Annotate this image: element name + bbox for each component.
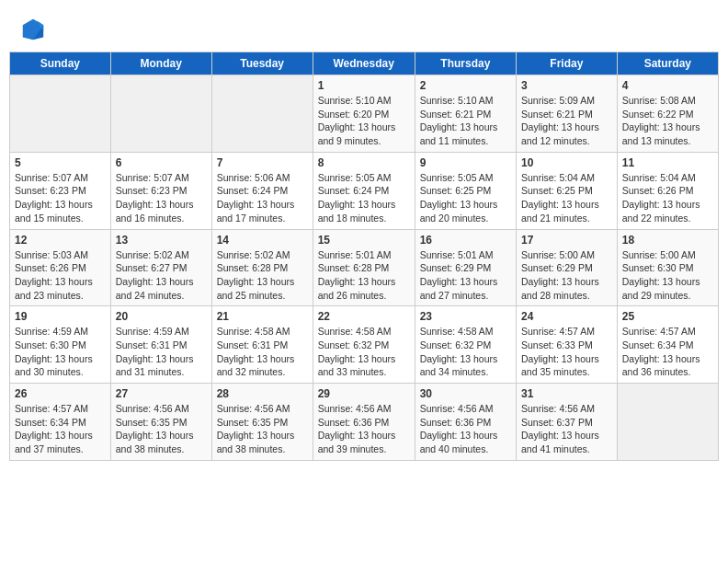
calendar-cell: 19Sunrise: 4:59 AM Sunset: 6:30 PM Dayli… [10, 306, 111, 384]
day-number: 4 [622, 79, 713, 92]
calendar-cell: 18Sunrise: 5:00 AM Sunset: 6:30 PM Dayli… [617, 229, 718, 306]
calendar-cell: 1Sunrise: 5:10 AM Sunset: 6:20 PM Daylig… [313, 75, 415, 153]
day-number: 2 [420, 79, 511, 92]
day-info: Sunrise: 4:58 AM Sunset: 6:32 PM Dayligh… [420, 325, 511, 379]
day-info: Sunrise: 5:05 AM Sunset: 6:25 PM Dayligh… [420, 171, 511, 225]
day-number: 18 [622, 234, 713, 247]
calendar-cell: 6Sunrise: 5:07 AM Sunset: 6:23 PM Daylig… [110, 152, 211, 229]
calendar-cell: 5Sunrise: 5:07 AM Sunset: 6:23 PM Daylig… [10, 152, 111, 229]
calendar-cell: 20Sunrise: 4:59 AM Sunset: 6:31 PM Dayli… [110, 306, 211, 384]
calendar-week-row: 12Sunrise: 5:03 AM Sunset: 6:26 PM Dayli… [10, 229, 719, 306]
day-number: 15 [318, 234, 410, 247]
day-number: 24 [521, 310, 612, 323]
weekday-header: Tuesday [211, 52, 313, 75]
day-number: 5 [15, 156, 106, 169]
weekday-header: Thursday [415, 52, 516, 75]
calendar-week-row: 26Sunrise: 4:57 AM Sunset: 6:34 PM Dayli… [10, 384, 719, 461]
day-number: 22 [318, 310, 410, 323]
calendar-cell: 24Sunrise: 4:57 AM Sunset: 6:33 PM Dayli… [517, 306, 618, 384]
day-number: 17 [521, 234, 612, 247]
calendar-cell: 30Sunrise: 4:56 AM Sunset: 6:36 PM Dayli… [415, 384, 516, 461]
calendar-cell: 27Sunrise: 4:56 AM Sunset: 6:35 PM Dayli… [110, 384, 211, 461]
calendar-cell: 14Sunrise: 5:02 AM Sunset: 6:28 PM Dayli… [211, 229, 313, 306]
calendar-cell [211, 75, 313, 153]
day-info: Sunrise: 5:04 AM Sunset: 6:26 PM Dayligh… [622, 171, 713, 225]
day-number: 16 [420, 234, 511, 247]
day-info: Sunrise: 4:57 AM Sunset: 6:34 PM Dayligh… [622, 325, 713, 379]
day-info: Sunrise: 5:10 AM Sunset: 6:20 PM Dayligh… [318, 94, 410, 148]
day-number: 26 [15, 387, 106, 400]
day-number: 10 [521, 156, 612, 169]
weekday-header: Monday [110, 52, 211, 75]
day-info: Sunrise: 5:02 AM Sunset: 6:28 PM Dayligh… [217, 248, 308, 303]
day-info: Sunrise: 5:00 AM Sunset: 6:29 PM Dayligh… [521, 248, 612, 303]
day-info: Sunrise: 5:06 AM Sunset: 6:24 PM Dayligh… [217, 171, 308, 225]
weekday-header-row: SundayMondayTuesdayWednesdayThursdayFrid… [10, 52, 719, 75]
day-number: 31 [521, 387, 612, 400]
calendar-cell: 28Sunrise: 4:56 AM Sunset: 6:35 PM Dayli… [211, 384, 313, 461]
calendar-cell: 7Sunrise: 5:06 AM Sunset: 6:24 PM Daylig… [211, 152, 313, 229]
calendar-cell: 15Sunrise: 5:01 AM Sunset: 6:28 PM Dayli… [313, 229, 415, 306]
day-number: 7 [217, 156, 308, 169]
day-number: 1 [318, 79, 410, 92]
calendar-cell: 2Sunrise: 5:10 AM Sunset: 6:21 PM Daylig… [415, 75, 516, 153]
day-info: Sunrise: 4:56 AM Sunset: 6:35 PM Dayligh… [116, 402, 207, 456]
day-info: Sunrise: 5:00 AM Sunset: 6:30 PM Dayligh… [622, 248, 713, 303]
day-number: 27 [116, 387, 207, 400]
day-info: Sunrise: 4:56 AM Sunset: 6:37 PM Dayligh… [521, 402, 612, 456]
day-info: Sunrise: 5:01 AM Sunset: 6:29 PM Dayligh… [420, 248, 511, 303]
weekday-header: Friday [517, 52, 618, 75]
day-number: 20 [116, 310, 207, 323]
calendar-cell [110, 75, 211, 153]
day-info: Sunrise: 5:01 AM Sunset: 6:28 PM Dayligh… [318, 248, 410, 303]
day-info: Sunrise: 4:59 AM Sunset: 6:30 PM Dayligh… [15, 325, 106, 379]
calendar-week-row: 1Sunrise: 5:10 AM Sunset: 6:20 PM Daylig… [10, 75, 719, 153]
day-number: 30 [420, 387, 511, 400]
calendar-cell: 26Sunrise: 4:57 AM Sunset: 6:34 PM Dayli… [10, 384, 111, 461]
calendar-cell: 9Sunrise: 5:05 AM Sunset: 6:25 PM Daylig… [415, 152, 516, 229]
day-number: 8 [318, 156, 410, 169]
logo-icon [20, 17, 46, 42]
calendar-cell [617, 384, 718, 461]
day-info: Sunrise: 5:04 AM Sunset: 6:25 PM Dayligh… [521, 171, 612, 225]
day-number: 3 [521, 79, 612, 92]
calendar-cell: 31Sunrise: 4:56 AM Sunset: 6:37 PM Dayli… [517, 384, 618, 461]
day-info: Sunrise: 5:05 AM Sunset: 6:24 PM Dayligh… [318, 171, 410, 225]
logo [18, 17, 50, 46]
day-info: Sunrise: 5:02 AM Sunset: 6:27 PM Dayligh… [116, 248, 207, 303]
calendar-cell: 17Sunrise: 5:00 AM Sunset: 6:29 PM Dayli… [517, 229, 618, 306]
day-number: 13 [116, 234, 207, 247]
calendar-week-row: 19Sunrise: 4:59 AM Sunset: 6:30 PM Dayli… [10, 306, 719, 384]
day-info: Sunrise: 4:57 AM Sunset: 6:34 PM Dayligh… [15, 402, 106, 456]
calendar-cell: 21Sunrise: 4:58 AM Sunset: 6:31 PM Dayli… [211, 306, 313, 384]
day-number: 23 [420, 310, 511, 323]
calendar-cell: 25Sunrise: 4:57 AM Sunset: 6:34 PM Dayli… [617, 306, 718, 384]
day-number: 21 [217, 310, 308, 323]
day-number: 14 [217, 234, 308, 247]
calendar-cell: 8Sunrise: 5:05 AM Sunset: 6:24 PM Daylig… [313, 152, 415, 229]
day-info: Sunrise: 5:10 AM Sunset: 6:21 PM Dayligh… [420, 94, 511, 148]
day-number: 6 [116, 156, 207, 169]
calendar-table: SundayMondayTuesdayWednesdayThursdayFrid… [9, 52, 719, 461]
day-number: 29 [318, 387, 410, 400]
day-info: Sunrise: 5:07 AM Sunset: 6:23 PM Dayligh… [116, 171, 207, 225]
calendar-cell: 16Sunrise: 5:01 AM Sunset: 6:29 PM Dayli… [415, 229, 516, 306]
day-info: Sunrise: 5:09 AM Sunset: 6:21 PM Dayligh… [521, 94, 612, 148]
day-number: 12 [15, 234, 106, 247]
calendar-cell: 12Sunrise: 5:03 AM Sunset: 6:26 PM Dayli… [10, 229, 111, 306]
day-number: 28 [217, 387, 308, 400]
calendar-cell: 3Sunrise: 5:09 AM Sunset: 6:21 PM Daylig… [517, 75, 618, 153]
calendar-cell: 29Sunrise: 4:56 AM Sunset: 6:36 PM Dayli… [313, 384, 415, 461]
page-header [9, 9, 719, 52]
calendar-cell: 11Sunrise: 5:04 AM Sunset: 6:26 PM Dayli… [617, 152, 718, 229]
day-number: 19 [15, 310, 106, 323]
calendar-cell: 4Sunrise: 5:08 AM Sunset: 6:22 PM Daylig… [617, 75, 718, 153]
calendar-week-row: 5Sunrise: 5:07 AM Sunset: 6:23 PM Daylig… [10, 152, 719, 229]
day-info: Sunrise: 4:56 AM Sunset: 6:36 PM Dayligh… [318, 402, 410, 456]
day-info: Sunrise: 4:59 AM Sunset: 6:31 PM Dayligh… [116, 325, 207, 379]
day-info: Sunrise: 4:56 AM Sunset: 6:35 PM Dayligh… [217, 402, 308, 456]
day-number: 11 [622, 156, 713, 169]
day-info: Sunrise: 5:08 AM Sunset: 6:22 PM Dayligh… [622, 94, 713, 148]
weekday-header: Wednesday [313, 52, 415, 75]
day-number: 25 [622, 310, 713, 323]
